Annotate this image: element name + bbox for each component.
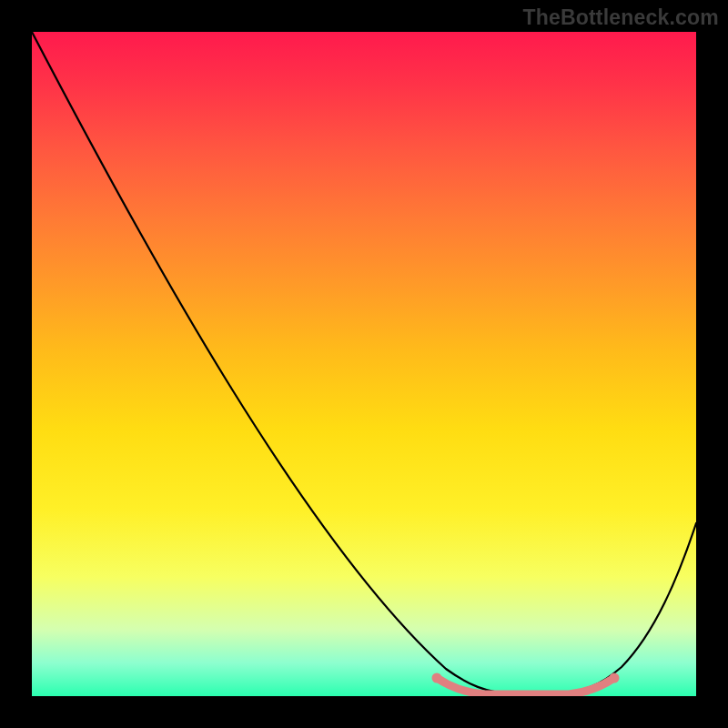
chart-svg bbox=[32, 32, 696, 696]
optimal-range-dot-left bbox=[432, 673, 442, 683]
bottleneck-curve bbox=[32, 32, 696, 693]
watermark-text: TheBottleneck.com bbox=[522, 5, 719, 30]
plot-area bbox=[32, 32, 696, 696]
chart-frame: TheBottleneck.com bbox=[0, 0, 728, 728]
optimal-range-dot-right bbox=[610, 673, 620, 683]
